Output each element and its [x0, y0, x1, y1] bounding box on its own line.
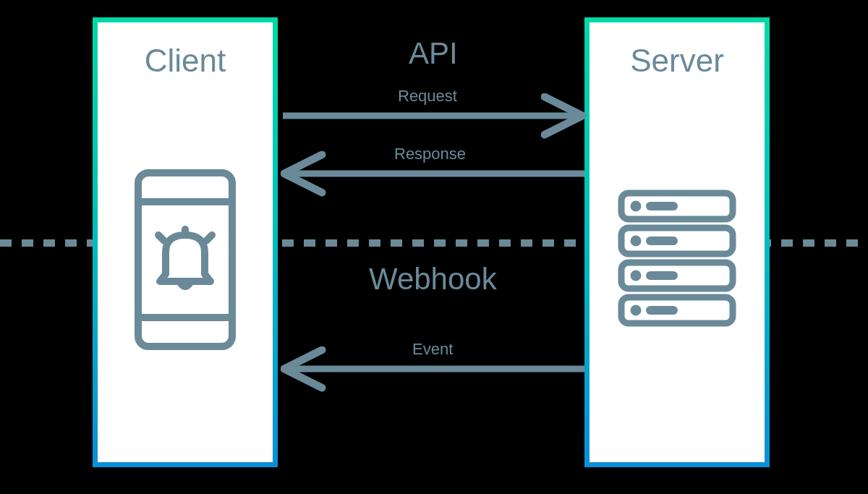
api-section-label: API: [409, 36, 458, 71]
svg-rect-18: [646, 306, 678, 315]
server-icon-wrap: [616, 57, 739, 462]
svg-point-11: [634, 239, 638, 243]
svg-point-14: [634, 273, 638, 278]
svg-line-6: [206, 235, 212, 241]
svg-rect-9: [646, 202, 678, 210]
server-box: Server: [584, 17, 770, 467]
event-arrow-label: Event: [412, 340, 453, 359]
response-arrow-label: Response: [394, 145, 466, 163]
webhook-section-label: Webhook: [369, 262, 497, 297]
svg-point-8: [634, 204, 638, 208]
server-rack-icon: [616, 187, 739, 332]
svg-rect-15: [646, 271, 678, 280]
svg-point-17: [634, 308, 638, 312]
phone-bell-icon: [131, 166, 239, 354]
svg-rect-12: [646, 237, 678, 245]
client-box: Client: [93, 17, 278, 467]
client-icon-wrap: [131, 57, 239, 462]
svg-line-5: [158, 235, 164, 241]
request-arrow-label: Request: [398, 87, 457, 106]
